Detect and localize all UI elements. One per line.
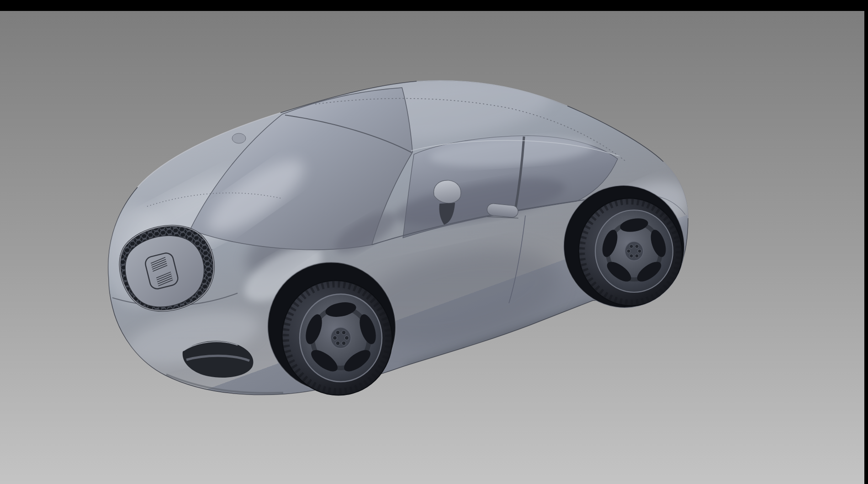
car-model xyxy=(101,67,699,409)
3d-viewport[interactable] xyxy=(0,11,864,484)
window-right-strip xyxy=(864,0,868,484)
application-window xyxy=(0,0,868,484)
window-top-bar xyxy=(0,0,868,11)
mirror-body xyxy=(434,180,460,203)
car-3d-render xyxy=(0,0,868,484)
cowl-knob xyxy=(232,133,246,143)
